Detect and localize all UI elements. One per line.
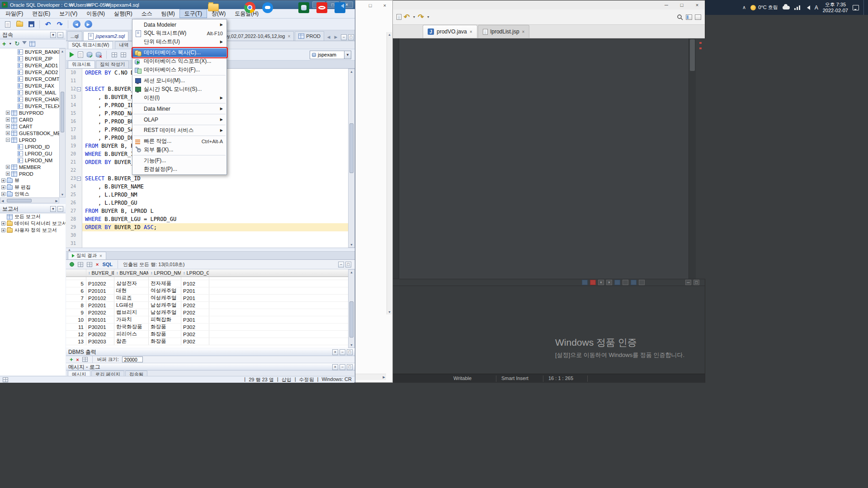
- menu-file[interactable]: 파일(F): [1, 9, 28, 18]
- word-wrap-icon[interactable]: [631, 280, 637, 285]
- taskbar-clock[interactable]: 오후 7:35 2022-02-07: [823, 2, 848, 14]
- menu-item-data-modeler[interactable]: Data Modeler▶: [132, 20, 226, 29]
- minimize-panel-icon[interactable]: −: [340, 364, 345, 370]
- add-output-icon[interactable]: +: [70, 356, 73, 363]
- add-connection-icon[interactable]: +: [2, 40, 6, 47]
- scroll-down-icon[interactable]: ▼: [349, 243, 354, 246]
- editor-line[interactable]: 30: [66, 231, 348, 239]
- reports-tree[interactable]: 모든 보고서 +데이터 딕셔너리 보고서 +사용자 정의 보고서: [0, 213, 66, 375]
- maximize-panel-icon[interactable]: □: [347, 364, 353, 370]
- menu-item-external-tools[interactable]: 외부 툴(X)...: [132, 145, 226, 154]
- tab-sql-worksheet[interactable]: SQL 워크시트(W): [68, 41, 113, 49]
- tree-item[interactable]: +MEMBER: [0, 164, 66, 170]
- menu-item-data-miner[interactable]: Data Miner▶: [132, 104, 226, 113]
- error-marker-icon[interactable]: [699, 42, 702, 44]
- tree-item[interactable]: +PROD: [0, 170, 66, 177]
- tree-hscrollbar[interactable]: ◀ ▶: [0, 197, 59, 203]
- tab-query-result[interactable]: 질의 결과 ×: [68, 252, 106, 259]
- scrollbar-thumb[interactable]: [7, 199, 32, 202]
- refresh-icon[interactable]: ↻: [14, 40, 19, 47]
- menu-edit[interactable]: 편집(E): [28, 9, 55, 18]
- minimize-panel-icon[interactable]: −: [341, 34, 347, 40]
- menu-item-previous[interactable]: 이전(I)▶: [132, 94, 226, 102]
- forward-history-icon[interactable]: ↷: [418, 12, 424, 22]
- search-icon[interactable]: [677, 12, 683, 22]
- minimize-panel-icon[interactable]: −: [340, 349, 345, 355]
- remove-launch-icon[interactable]: ×: [598, 280, 604, 285]
- menu-item-database-export[interactable]: 데이터베이스 익스포트(X)...: [132, 57, 226, 66]
- console-icon[interactable]: [582, 280, 588, 285]
- editor-line[interactable]: 23−SELECT B.BUYER_ID: [66, 174, 348, 183]
- rollback-icon[interactable]: [96, 52, 101, 57]
- close-tab-icon[interactable]: ×: [288, 34, 290, 39]
- console-area[interactable]: [393, 286, 705, 374]
- autotrace-icon[interactable]: [121, 52, 126, 57]
- single-record-icon[interactable]: [87, 262, 92, 267]
- scroll-down-icon[interactable]: ▼: [387, 310, 392, 314]
- tree-item[interactable]: BUYER_BANKN: [0, 48, 66, 55]
- menu-navigate[interactable]: 이동(N): [82, 9, 109, 18]
- panel-menu-icon[interactable]: ▾: [50, 32, 56, 38]
- editor-line[interactable]: 28WHERE B.BUYER_LGU = LPROD_GU: [66, 215, 348, 223]
- maximize-panel-icon[interactable]: □: [347, 349, 353, 355]
- scroll-tabs-right-icon[interactable]: ▶: [332, 33, 340, 41]
- editor-line[interactable]: 26 , L.LPROD_GU: [66, 199, 348, 207]
- schema-icon[interactable]: [29, 41, 35, 47]
- run-statement-icon[interactable]: [70, 52, 74, 57]
- editor-line[interactable]: 24 , B.BUYER_NAME: [66, 183, 348, 191]
- scroll-tabs-left-icon[interactable]: ◀: [325, 33, 332, 41]
- open-folder-icon[interactable]: [14, 19, 24, 29]
- pin-console-icon[interactable]: [639, 280, 645, 285]
- menu-item-session-monitor[interactable]: 세션 모니터(M)...: [132, 76, 226, 85]
- menu-item-preferences[interactable]: 환경설정(P)...: [132, 165, 226, 174]
- volume-icon[interactable]: [805, 5, 810, 10]
- editor-line[interactable]: 25 , L.LPROD_NM: [66, 191, 348, 199]
- scroll-right-icon[interactable]: ▶: [383, 375, 385, 379]
- tree-item[interactable]: BUYER_ZIP: [0, 55, 66, 62]
- network-icon[interactable]: [794, 5, 800, 10]
- tree-item[interactable]: −LPROD: [0, 136, 66, 143]
- scroll-up-icon[interactable]: ▲: [60, 50, 65, 53]
- chevron-down-icon[interactable]: ▼: [427, 15, 430, 19]
- tree-item[interactable]: BUYER_CHARG: [0, 96, 66, 103]
- clear-console-icon[interactable]: [614, 280, 620, 285]
- file-tab-log[interactable]: opy,02,07,2022-10,45,12,log×: [218, 31, 294, 41]
- tree-item[interactable]: +데이터 딕셔너리 보고서: [0, 220, 66, 227]
- edit-grid-icon[interactable]: [78, 262, 83, 267]
- table-row[interactable]: 13P30203참존화장품P302: [66, 338, 348, 345]
- filter-icon[interactable]: [22, 41, 27, 47]
- back-history-icon[interactable]: ↶: [404, 12, 410, 22]
- scroll-lock-icon[interactable]: [623, 280, 628, 285]
- results-grid[interactable]: ↕BUYER_ID ↕BUYER_NAME ↕LPROD_NM ↕LPROD_G…: [66, 269, 348, 348]
- debug-perspective-icon[interactable]: [695, 14, 701, 20]
- scroll-left-icon[interactable]: ◀: [1, 199, 4, 203]
- scroll-right-icon[interactable]: ▶: [56, 199, 58, 203]
- tab-lprodlist-jsp[interactable]: lprodList.jsp ×: [478, 25, 530, 38]
- tab-messages[interactable]: 메시지: [68, 371, 90, 376]
- delete-icon[interactable]: ×: [96, 262, 99, 267]
- tree-item[interactable]: BUYER_ADD2: [0, 69, 66, 75]
- tab-query-builder[interactable]: 질의 작성기: [96, 61, 129, 68]
- table-row[interactable]: 6P20101대현여성캐주얼P201: [66, 287, 348, 295]
- chevron-down-icon[interactable]: ▼: [9, 42, 12, 45]
- tab-connected[interactable]: 접속됨: [125, 371, 148, 376]
- maximize-panel-icon[interactable]: □: [345, 262, 351, 267]
- redo-icon[interactable]: ↷: [55, 19, 65, 29]
- table-row[interactable]: 5P10202삼성전자전자제품P102: [66, 280, 348, 287]
- collapse-panel-icon[interactable]: −: [57, 206, 63, 212]
- tree-item[interactable]: +뷰 편집: [0, 184, 66, 191]
- pin-icon[interactable]: [70, 262, 74, 267]
- tree-item[interactable]: +CART: [0, 123, 66, 130]
- scrollbar-thumb[interactable]: [349, 301, 354, 338]
- connection-selector[interactable]: jspexam ▼: [310, 51, 351, 59]
- menu-item-features[interactable]: 기능(F)...: [132, 156, 226, 165]
- tree-item[interactable]: +GUESTBOOK_MES: [0, 130, 66, 136]
- tree-item[interactable]: BUYER_FAX: [0, 82, 66, 89]
- tree-item[interactable]: LPROD_ID: [0, 143, 66, 150]
- table-row[interactable]: 10P30101가파치피혁잡화P301: [66, 316, 348, 324]
- file-tab[interactable]: ...ql: [67, 31, 82, 41]
- file-tab-prod[interactable]: PROD: [295, 31, 324, 41]
- collapse-panel-icon[interactable]: −: [57, 32, 63, 38]
- buffer-size-input[interactable]: 20000: [122, 357, 143, 362]
- table-row[interactable]: 7P20102마르죠여성캐주얼P201: [66, 295, 348, 302]
